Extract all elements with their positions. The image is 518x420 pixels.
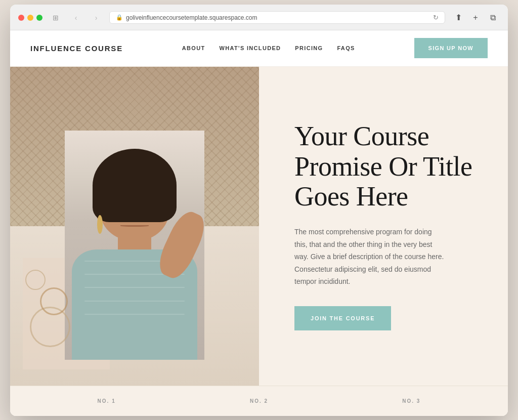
portrait-photo (65, 131, 204, 360)
back-icon[interactable]: ‹ (69, 11, 83, 25)
hero-content: Your Course Promise Or Title Goes Here T… (259, 67, 508, 386)
tabs-icon[interactable]: ⧉ (486, 11, 500, 25)
site-header: INFLUENCE COURSE ABOUT WHAT'S INCLUDED P… (10, 30, 508, 67)
number-3: NO. 3 (402, 398, 420, 404)
jewelry-circle-2 (40, 287, 68, 315)
number-2: NO. 2 (250, 398, 268, 404)
refresh-icon[interactable]: ↻ (433, 14, 439, 21)
url-text: goliveinfluencecoursetemplate.squarespac… (126, 14, 257, 21)
hero-title: Your Course Promise Or Title Goes Here (294, 121, 478, 212)
browser-actions: ⬆ + ⧉ (451, 11, 500, 25)
traffic-lights (18, 15, 42, 21)
hero-section: Your Course Promise Or Title Goes Here T… (10, 67, 508, 386)
close-button[interactable] (18, 15, 24, 21)
browser-window: ⊞ ‹ › 🔒 goliveinfluencecoursetemplate.sq… (10, 5, 508, 416)
minimize-button[interactable] (27, 15, 33, 21)
lock-icon: 🔒 (116, 14, 123, 21)
sidebar-toggle-icon[interactable]: ⊞ (49, 11, 63, 25)
new-tab-icon[interactable]: + (468, 11, 483, 25)
fullscreen-button[interactable] (36, 15, 42, 21)
browser-chrome: ⊞ ‹ › 🔒 goliveinfluencecoursetemplate.sq… (10, 5, 508, 30)
nav-faqs[interactable]: FAQS (337, 45, 355, 51)
number-1: NO. 1 (98, 398, 116, 404)
forward-icon[interactable]: › (89, 11, 103, 25)
bottom-numbers: NO. 1 NO. 2 NO. 3 (10, 386, 508, 416)
nav-about[interactable]: ABOUT (182, 45, 205, 51)
sign-up-button[interactable]: SIGN UP NOW (414, 38, 488, 58)
site-nav: ABOUT WHAT'S INCLUDED PRICING FAQS (182, 45, 355, 51)
jewelry-circle-3 (25, 270, 46, 290)
website: INFLUENCE COURSE ABOUT WHAT'S INCLUDED P… (10, 30, 508, 416)
nav-whats-included[interactable]: WHAT'S INCLUDED (220, 45, 281, 51)
join-course-button[interactable]: JOIN THE COURSE (294, 306, 391, 330)
nav-pricing[interactable]: PRICING (295, 45, 323, 51)
hero-images (10, 67, 259, 386)
share-icon[interactable]: ⬆ (451, 11, 465, 25)
address-bar[interactable]: 🔒 goliveinfluencecoursetemplate.squaresp… (109, 11, 445, 24)
site-logo: INFLUENCE COURSE (30, 44, 123, 53)
hero-description: The most comprehensive program for doing… (294, 226, 446, 288)
